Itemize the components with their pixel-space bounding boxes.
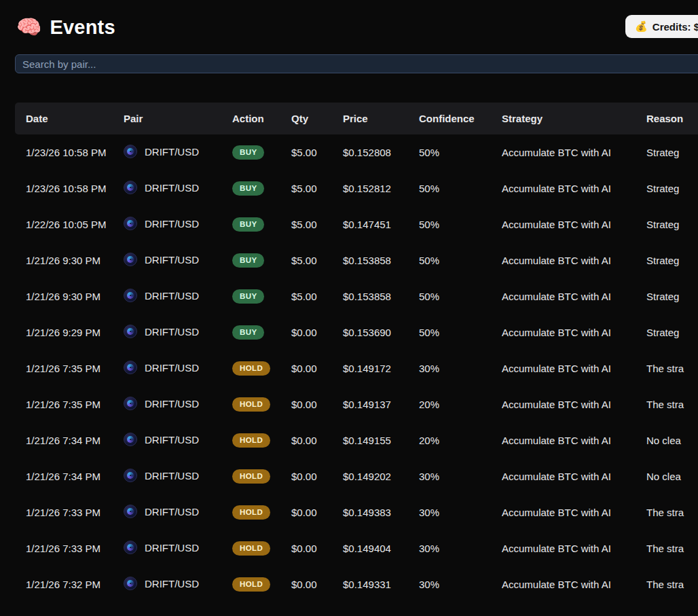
cell-action: HOLD: [232, 458, 291, 494]
cell-strategy: Accumulate BTC with AI: [502, 350, 646, 386]
cell-strategy: Accumulate BTC with AI: [502, 422, 646, 458]
cell-date: 1/21/26 9:30 PM: [15, 242, 124, 278]
cell-confidence: 20%: [419, 386, 502, 422]
cell-pair: DRIFT/USD: [124, 206, 232, 242]
drift-coin-icon: [124, 577, 137, 590]
app-root: 🧠 Events 💰 Credits: $ DatePairActionQtyP…: [0, 0, 698, 602]
cell-date: 1/21/26 7:33 PM: [15, 494, 124, 530]
cell-strategy: Accumulate BTC with AI: [502, 278, 646, 314]
cell-action: HOLD: [232, 566, 291, 602]
search-bar: [0, 54, 698, 73]
cell-date: 1/21/26 7:34 PM: [15, 422, 124, 458]
table-row: 1/21/26 7:33 PM DRIFT/USD HOLD $0.00 $0.…: [15, 530, 698, 566]
table-row: 1/21/26 7:32 PM DRIFT/USD HOLD $0.00 $0.…: [15, 566, 698, 602]
column-header-price: Price: [343, 103, 419, 134]
cell-price: $0.153690: [343, 314, 419, 350]
cell-action: BUY: [232, 242, 291, 278]
cell-confidence: 50%: [419, 242, 502, 278]
pair-label: DRIFT/USD: [145, 362, 199, 374]
pair-label: DRIFT/USD: [145, 470, 199, 482]
cell-strategy: Accumulate BTC with AI: [502, 134, 646, 170]
column-header-confidence: Confidence: [419, 103, 502, 134]
cell-strategy: Accumulate BTC with AI: [502, 314, 646, 350]
cell-action: HOLD: [232, 422, 291, 458]
cell-date: 1/21/26 7:34 PM: [15, 458, 124, 494]
cell-action: BUY: [232, 206, 291, 242]
cell-qty: $0.00: [291, 494, 343, 530]
brain-logo-icon: 🧠: [16, 17, 41, 37]
cell-qty: $5.00: [291, 206, 343, 242]
action-badge: HOLD: [232, 433, 270, 448]
cell-price: $0.147451: [343, 206, 419, 242]
column-header-qty: Qty: [291, 103, 343, 134]
cell-strategy: Accumulate BTC with AI: [502, 566, 646, 602]
pair-label: DRIFT/USD: [145, 398, 199, 410]
cell-qty: $5.00: [291, 278, 343, 314]
cell-confidence: 50%: [419, 278, 502, 314]
cell-date: 1/21/26 7:32 PM: [15, 566, 124, 602]
cell-confidence: 20%: [419, 422, 502, 458]
cell-pair: DRIFT/USD: [124, 134, 232, 170]
cell-qty: $0.00: [291, 386, 343, 422]
cell-action: HOLD: [232, 386, 291, 422]
action-badge: HOLD: [232, 577, 270, 592]
cell-pair: DRIFT/USD: [124, 170, 232, 206]
cell-price: $0.153858: [343, 242, 419, 278]
cell-reason: The stra: [646, 386, 698, 422]
pair-label: DRIFT/USD: [145, 146, 199, 158]
cell-price: $0.149383: [343, 494, 419, 530]
cell-action: BUY: [232, 134, 291, 170]
drift-coin-icon: [124, 325, 137, 338]
cell-date: 1/23/26 10:58 PM: [15, 170, 124, 206]
table-row: 1/23/26 10:58 PM DRIFT/USD BUY $5.00 $0.…: [15, 134, 698, 170]
pair-label: DRIFT/USD: [145, 434, 199, 446]
money-bag-icon: 💰: [635, 20, 648, 33]
pair-label: DRIFT/USD: [145, 218, 199, 230]
action-badge: BUY: [232, 145, 264, 160]
pair-label: DRIFT/USD: [145, 182, 199, 194]
table-row: 1/21/26 7:34 PM DRIFT/USD HOLD $0.00 $0.…: [15, 422, 698, 458]
drift-coin-icon: [124, 217, 137, 230]
table-row: 1/21/26 7:35 PM DRIFT/USD HOLD $0.00 $0.…: [15, 386, 698, 422]
cell-reason: The stra: [646, 530, 698, 566]
drift-coin-icon: [124, 433, 137, 446]
search-input[interactable]: [15, 54, 698, 73]
cell-reason: No clea: [646, 422, 698, 458]
drift-coin-icon: [124, 361, 137, 374]
cell-price: $0.153858: [343, 278, 419, 314]
cell-strategy: Accumulate BTC with AI: [502, 206, 646, 242]
cell-price: $0.149202: [343, 458, 419, 494]
credits-button[interactable]: 💰 Credits: $: [625, 15, 698, 38]
action-badge: HOLD: [232, 469, 270, 484]
table-header-row: DatePairActionQtyPriceConfidenceStrategy…: [15, 103, 698, 134]
cell-qty: $5.00: [291, 242, 343, 278]
cell-pair: DRIFT/USD: [124, 242, 232, 278]
cell-reason: Strateg: [646, 242, 698, 278]
cell-reason: Strateg: [646, 170, 698, 206]
pair-label: DRIFT/USD: [145, 326, 199, 338]
cell-strategy: Accumulate BTC with AI: [502, 242, 646, 278]
cell-action: BUY: [232, 314, 291, 350]
cell-reason: Strateg: [646, 206, 698, 242]
cell-pair: DRIFT/USD: [124, 458, 232, 494]
cell-action: HOLD: [232, 494, 291, 530]
cell-reason: Strateg: [646, 278, 698, 314]
cell-price: $0.152812: [343, 170, 419, 206]
action-badge: HOLD: [232, 397, 270, 412]
cell-qty: $0.00: [291, 530, 343, 566]
cell-pair: DRIFT/USD: [124, 494, 232, 530]
cell-pair: DRIFT/USD: [124, 278, 232, 314]
table-row: 1/21/26 9:30 PM DRIFT/USD BUY $5.00 $0.1…: [15, 278, 698, 314]
cell-price: $0.149404: [343, 530, 419, 566]
table-row: 1/22/26 10:05 PM DRIFT/USD BUY $5.00 $0.…: [15, 206, 698, 242]
table-row: 1/21/26 7:34 PM DRIFT/USD HOLD $0.00 $0.…: [15, 458, 698, 494]
cell-price: $0.149137: [343, 386, 419, 422]
drift-coin-icon: [124, 253, 137, 266]
cell-strategy: Accumulate BTC with AI: [502, 530, 646, 566]
drift-coin-icon: [124, 289, 137, 302]
cell-confidence: 30%: [419, 530, 502, 566]
cell-qty: $0.00: [291, 458, 343, 494]
drift-coin-icon: [124, 145, 137, 158]
drift-coin-icon: [124, 541, 137, 554]
pair-label: DRIFT/USD: [145, 578, 199, 590]
